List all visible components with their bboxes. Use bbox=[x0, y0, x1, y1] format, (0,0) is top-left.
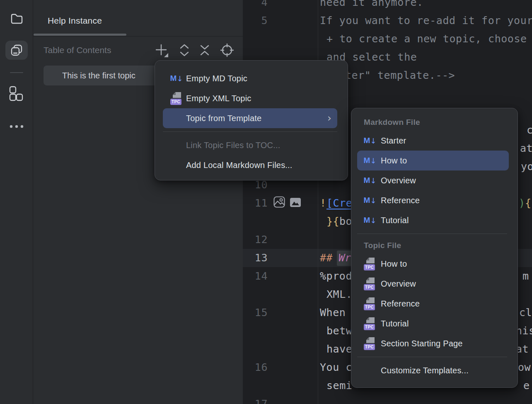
markdown-file-icon: M↓ bbox=[364, 154, 376, 167]
submenu-item-reference[interactable]: M↓Reference bbox=[357, 190, 509, 210]
toc-tree-item-label: This is the first topic bbox=[62, 66, 135, 85]
code-run: { bbox=[525, 194, 532, 212]
plus-dropdown-icon[interactable] bbox=[154, 42, 171, 60]
menu-item-add-local-markdown-files[interactable]: Add Local Markdown Files... bbox=[163, 155, 337, 175]
line-number: 17 bbox=[243, 395, 268, 404]
code-run: + to create a new topic, choose " bbox=[326, 30, 532, 48]
menu-item-label: Overview bbox=[381, 176, 416, 185]
menu-item-label: Reference bbox=[381, 299, 420, 309]
code-run: ter" template.--> bbox=[345, 66, 455, 85]
code-run: cl bbox=[519, 304, 532, 322]
menu-item-empty-xml-topic[interactable]: TPCEmpty XML Topic bbox=[163, 88, 337, 108]
menu-item-label: Starter bbox=[381, 136, 406, 146]
submenu-item-tutorial[interactable]: TPCTutorial bbox=[357, 314, 509, 333]
icon-slot bbox=[170, 139, 183, 152]
line-number: 5 bbox=[243, 12, 268, 30]
icon-slot bbox=[170, 158, 183, 172]
markdown-file-icon: M↓ bbox=[364, 194, 376, 207]
topic-from-template-submenu: Markdown FileM↓StarterM↓How toM↓Overview… bbox=[351, 108, 518, 388]
image-thumbnail-icon[interactable] bbox=[290, 198, 301, 207]
menu-item-label: Topic from Template bbox=[186, 114, 261, 123]
code-run: ## bbox=[320, 249, 333, 267]
menu-item-label: Empty MD Topic bbox=[186, 74, 247, 83]
rail-divider bbox=[10, 72, 23, 73]
markdown-file-icon: M↓ bbox=[364, 134, 376, 147]
icon-slot bbox=[364, 364, 376, 377]
toc-title: Table of Contents bbox=[44, 45, 111, 55]
submenu-item-section-starting-page[interactable]: TPCSection Starting Page bbox=[357, 333, 509, 353]
line-number: 15 bbox=[243, 304, 268, 322]
markdown-file-icon: M↓ bbox=[364, 174, 376, 187]
code-run: ! bbox=[320, 194, 326, 212]
menu-item-label: Tutorial bbox=[381, 319, 409, 329]
submenu-item-overview[interactable]: M↓Overview bbox=[357, 170, 509, 190]
submenu-item-starter[interactable]: M↓Starter bbox=[357, 131, 509, 151]
topic-file-icon: TPC bbox=[364, 337, 376, 350]
line-number: 12 bbox=[243, 231, 268, 249]
submenu-arrow-icon: › bbox=[327, 114, 331, 122]
submenu-item-how-to[interactable]: TPCHow to bbox=[357, 254, 509, 274]
code-run: semi bbox=[326, 377, 352, 395]
new-topic-context-menu: M↓Empty MD TopicTPCEmpty XML TopicTopic … bbox=[155, 60, 348, 180]
folder-icon[interactable] bbox=[10, 12, 24, 26]
collapse-icon[interactable] bbox=[199, 44, 210, 56]
code-run: c bbox=[527, 121, 532, 139]
menu-item-topic-from-template[interactable]: Topic from Template› bbox=[163, 108, 337, 128]
code-run: }{ bbox=[326, 212, 339, 231]
line-number: 14 bbox=[243, 267, 268, 285]
code-run: m bbox=[522, 267, 529, 285]
toc-tree-item[interactable]: This is the first topic bbox=[44, 66, 164, 85]
submenu-item-tutorial[interactable]: M↓Tutorial bbox=[357, 210, 509, 230]
submenu-item-how-to[interactable]: M↓How to bbox=[357, 151, 509, 170]
menu-item-label: Overview bbox=[381, 279, 416, 289]
tool-window-rail bbox=[0, 0, 33, 404]
menu-item-label: How to bbox=[381, 259, 407, 269]
menu-item-label: Link Topic Files to TOC... bbox=[186, 141, 281, 150]
topic-file-icon: TPC bbox=[364, 317, 376, 330]
code-run: Wr bbox=[339, 249, 351, 267]
menu-item-label: How to bbox=[381, 156, 407, 165]
menu-item-label: Tutorial bbox=[381, 216, 409, 225]
code-run: e bbox=[523, 377, 530, 395]
line-number: 16 bbox=[243, 358, 268, 377]
tab-selection-indicator bbox=[34, 34, 126, 36]
structure-icon bbox=[9, 86, 23, 102]
code-run: at bbox=[520, 139, 532, 158]
submenu-section-header: Markdown File bbox=[351, 114, 517, 131]
code-run: ) bbox=[519, 194, 525, 212]
code-run: bo bbox=[339, 212, 352, 231]
code-run: his bbox=[516, 322, 532, 340]
image-preview-icon[interactable] bbox=[273, 196, 285, 208]
pages-icon bbox=[10, 44, 23, 56]
code-run: need it anymore. bbox=[320, 0, 423, 12]
target-icon[interactable] bbox=[220, 43, 234, 57]
topic-file-icon: TPC bbox=[364, 277, 376, 290]
line-number: 4 bbox=[243, 0, 268, 12]
submenu-item-overview[interactable]: TPCOverview bbox=[357, 274, 509, 294]
icon-slot bbox=[170, 112, 183, 125]
ellipsis-icon bbox=[9, 124, 26, 129]
code-run: yo bbox=[521, 158, 532, 176]
menu-item-label: Empty XML Topic bbox=[186, 94, 251, 103]
code-run: If you want to re-add it for your bbox=[320, 12, 532, 30]
menu-item-label: Reference bbox=[381, 196, 420, 205]
menu-item-link-topic-files-to-toc[interactable]: Link Topic Files to TOC... bbox=[163, 135, 337, 155]
menu-item-empty-md-topic[interactable]: M↓Empty MD Topic bbox=[163, 68, 337, 88]
code-run: XML. bbox=[326, 285, 352, 304]
code-run: You c bbox=[320, 358, 352, 377]
submenu-section-header: Topic File bbox=[351, 237, 517, 254]
line-number: 11 bbox=[243, 194, 268, 212]
submenu-item-customize-templates[interactable]: Customize Templates... bbox=[357, 360, 509, 380]
menu-item-label: Customize Templates... bbox=[381, 366, 469, 375]
submenu-item-reference[interactable]: TPCReference bbox=[357, 294, 509, 314]
expand-icon[interactable] bbox=[179, 43, 190, 57]
application-window: Help Instance Table of Contents This is … bbox=[0, 0, 532, 404]
panel-header: Help Instance bbox=[33, 0, 243, 37]
markdown-file-icon: M↓ bbox=[364, 214, 376, 227]
menu-separator bbox=[163, 131, 337, 132]
topic-file-icon: TPC bbox=[364, 297, 376, 310]
topic-file-icon: TPC bbox=[364, 257, 376, 270]
menu-separator bbox=[357, 357, 507, 357]
panel-tab-title[interactable]: Help Instance bbox=[48, 16, 102, 26]
menu-item-label: Add Local Markdown Files... bbox=[186, 161, 293, 170]
